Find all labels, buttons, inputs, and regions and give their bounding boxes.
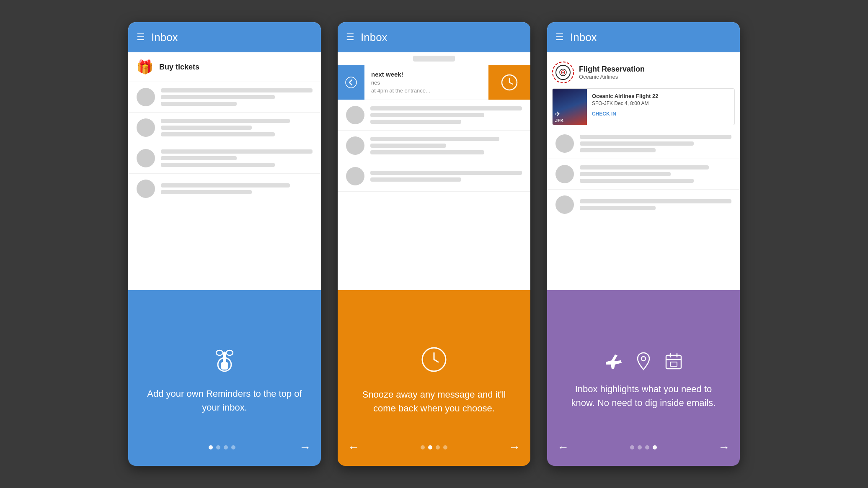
- snooze-action[interactable]: [488, 65, 530, 100]
- list-item[interactable]: [128, 143, 321, 174]
- swipe-item[interactable]: next week! nes at 4pm at the entrance...: [338, 65, 530, 100]
- svg-point-6: [346, 77, 356, 88]
- dots-1: [209, 445, 235, 449]
- line: [161, 88, 313, 92]
- svg-rect-5: [221, 362, 228, 370]
- svg-point-4: [223, 352, 226, 354]
- hamburger-icon[interactable]: ☰: [137, 33, 145, 42]
- panel-text-3: Inbox highlights what you need to know. …: [564, 382, 723, 410]
- slide-3: ☰ Inbox: [547, 22, 740, 466]
- next-arrow-1[interactable]: →: [299, 441, 311, 454]
- phone-screen-2: ☰ Inbox next week! nes at 4pm at th: [338, 22, 530, 290]
- svg-point-11: [563, 72, 564, 73]
- list-item[interactable]: [338, 131, 530, 161]
- line: [161, 95, 275, 99]
- line: [580, 135, 731, 139]
- line: [161, 126, 252, 130]
- svg-point-3: [226, 350, 233, 355]
- line: [370, 150, 484, 154]
- app-title-2: Inbox: [361, 31, 388, 44]
- flight-number: Oceanic Airlines Flight 22: [592, 93, 729, 99]
- app-bar-2: ☰ Inbox: [338, 22, 530, 52]
- dot[interactable]: [224, 445, 228, 449]
- flight-header: Flight Reservation Oceanic Airlines: [552, 57, 735, 88]
- placeholder-lines: [580, 135, 731, 152]
- check-in-link[interactable]: CHECK IN: [592, 111, 616, 117]
- avatar: [137, 88, 155, 106]
- line: [161, 156, 237, 160]
- dot[interactable]: [653, 445, 657, 449]
- prev-arrow-2[interactable]: ←: [348, 441, 359, 454]
- list-item[interactable]: [547, 128, 740, 159]
- line: [370, 144, 446, 148]
- dot[interactable]: [638, 445, 642, 449]
- swipe-text: next week! nes at 4pm at the entrance...: [364, 65, 488, 100]
- dot[interactable]: [436, 445, 440, 449]
- inbox-content-2: next week! nes at 4pm at the entrance...: [338, 52, 530, 290]
- dot[interactable]: [645, 445, 649, 449]
- bottom-panel-3: Inbox highlights what you need to know. …: [547, 290, 740, 466]
- flight-thumbnail: ✈ JFK: [553, 89, 587, 125]
- dots-3: [630, 445, 657, 449]
- line: [370, 171, 522, 175]
- app-bar-3: ☰ Inbox: [547, 22, 740, 52]
- panel-text-2: Snooze away any message and it'll come b…: [354, 388, 514, 415]
- panel-nav-3: ← →: [547, 441, 740, 454]
- location-panel-icon: [633, 350, 654, 372]
- placeholder-lines: [161, 183, 313, 194]
- list-item[interactable]: [128, 174, 321, 204]
- line: [161, 132, 275, 136]
- featured-item-title: Buy tickets: [159, 63, 199, 72]
- svg-point-12: [641, 357, 646, 361]
- hamburger-icon-2[interactable]: ☰: [346, 33, 354, 42]
- placeholder-lines: [370, 137, 522, 154]
- list-item[interactable]: [547, 159, 740, 190]
- flight-info: Oceanic Airlines Flight 22 SFO-JFK Dec 4…: [587, 89, 734, 125]
- avatar: [137, 118, 155, 137]
- list-item[interactable]: [128, 82, 321, 113]
- flight-header-text: Flight Reservation Oceanic Airlines: [579, 65, 645, 80]
- list-item[interactable]: [128, 113, 321, 143]
- line: [370, 106, 522, 110]
- dot[interactable]: [421, 445, 425, 449]
- featured-item[interactable]: 🎁 Buy tickets: [128, 52, 321, 82]
- line: [370, 137, 499, 141]
- line: [580, 206, 656, 210]
- airline-name: Oceanic Airlines: [579, 74, 645, 80]
- svg-point-2: [216, 350, 223, 355]
- avatar: [346, 167, 364, 185]
- plane-panel-icon: [602, 350, 624, 372]
- placeholder-lines: [580, 165, 731, 183]
- list-item[interactable]: [338, 161, 530, 192]
- line: [580, 179, 694, 183]
- list-item[interactable]: [547, 190, 740, 220]
- line: [370, 177, 461, 182]
- panel-nav-2: ← →: [338, 441, 530, 454]
- dot[interactable]: [630, 445, 634, 449]
- reminder-icon: 🎁: [137, 59, 153, 75]
- airline-logo: [552, 62, 574, 83]
- list-item[interactable]: [338, 100, 530, 131]
- plane-icon: ✈: [555, 110, 584, 118]
- dot[interactable]: [216, 445, 220, 449]
- flight-title: Flight Reservation: [579, 65, 645, 74]
- dot[interactable]: [209, 445, 213, 449]
- dot[interactable]: [231, 445, 235, 449]
- dot[interactable]: [443, 445, 447, 449]
- hamburger-icon-3[interactable]: ☰: [555, 33, 563, 42]
- prev-arrow-3[interactable]: ←: [557, 441, 569, 454]
- placeholder-lines: [580, 199, 731, 210]
- flight-route: SFO-JFK Dec 4, 8:00 AM: [592, 100, 729, 106]
- next-arrow-3[interactable]: →: [718, 441, 730, 454]
- avatar: [555, 195, 574, 214]
- app-title-3: Inbox: [570, 31, 597, 44]
- svg-rect-1: [223, 353, 226, 363]
- line: [161, 190, 252, 194]
- clock-panel-icon: [420, 345, 448, 378]
- back-button[interactable]: [338, 65, 364, 100]
- next-arrow-2[interactable]: →: [509, 441, 520, 454]
- target-icon: [559, 68, 567, 77]
- dot[interactable]: [428, 445, 432, 449]
- line: [580, 148, 656, 152]
- panel-text-1: Add your own Reminders to the top of you…: [145, 387, 304, 414]
